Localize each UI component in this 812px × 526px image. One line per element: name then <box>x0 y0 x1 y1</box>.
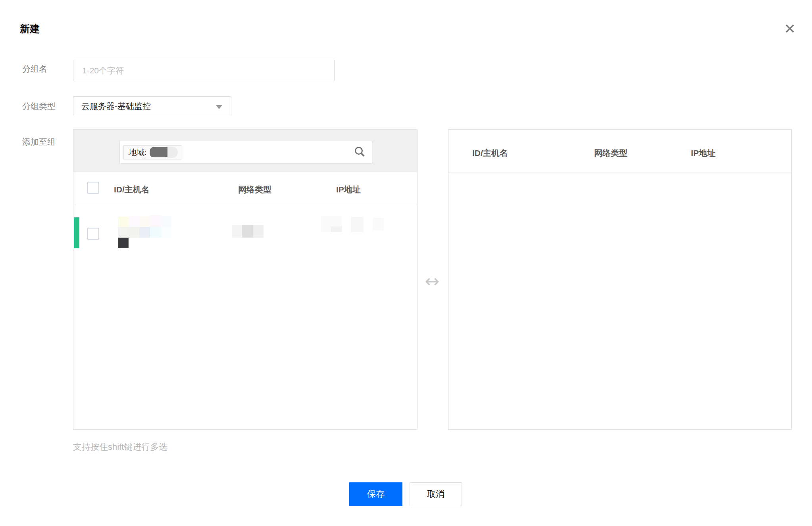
redacted-ip <box>373 218 384 230</box>
target-host-panel: ID/主机名 网络类型 IP地址 <box>448 129 792 430</box>
close-icon <box>783 22 796 36</box>
redacted-network-type <box>253 225 264 238</box>
region-filter-tag[interactable]: 地域: <box>123 145 181 159</box>
redacted-host-id <box>150 215 161 227</box>
cancel-button-label: 取消 <box>427 488 444 500</box>
redacted-network-type <box>232 225 242 238</box>
redacted-host-name <box>118 227 129 238</box>
search-zone: 地域: <box>73 130 417 172</box>
cancel-button[interactable]: 取消 <box>410 482 462 506</box>
row-selected-indicator <box>74 217 79 248</box>
source-table-header: ID/主机名 网络类型 IP地址 <box>73 172 417 205</box>
region-tag-label: 地域: <box>129 147 147 158</box>
transfer-arrow-icon: ↔ <box>419 270 445 292</box>
search-button[interactable] <box>353 146 366 159</box>
source-host-panel: 地域: ID/主机名 网络类 <box>73 129 418 430</box>
search-input[interactable]: 地域: <box>119 141 372 164</box>
redacted-region-value <box>149 147 178 158</box>
column-header-network-type: 网络类型 <box>238 184 271 195</box>
close-button[interactable] <box>781 21 799 38</box>
redacted-host-id <box>118 217 129 227</box>
redacted-host-id <box>129 216 139 227</box>
search-icon <box>354 146 366 159</box>
target-table-header: ID/主机名 网络类型 IP地址 <box>448 130 791 173</box>
search-text-input[interactable] <box>181 141 372 163</box>
row-checkbox[interactable] <box>87 228 99 240</box>
group-name-label: 分组名 <box>22 63 47 75</box>
group-type-label: 分组类型 <box>22 101 56 112</box>
redacted-host-name <box>139 227 150 238</box>
column-header-id-host: ID/主机名 <box>472 148 508 159</box>
save-button[interactable]: 保存 <box>349 482 402 506</box>
redacted-host-name <box>129 227 139 238</box>
group-name-input[interactable] <box>73 60 335 81</box>
select-all-checkbox[interactable] <box>87 182 99 194</box>
column-header-ip: IP地址 <box>336 184 361 195</box>
redacted-ip <box>351 217 364 232</box>
redacted-ip <box>331 227 342 232</box>
column-header-ip: IP地址 <box>691 148 716 159</box>
redacted-network-type <box>242 225 253 238</box>
create-group-dialog: 新建 分组名 分组类型 云服务器-基础监控 添加至组 地域: <box>0 0 812 526</box>
group-type-select[interactable]: 云服务器-基础监控 <box>73 96 231 116</box>
add-to-group-label: 添加至组 <box>22 136 56 148</box>
column-header-id-host: ID/主机名 <box>114 184 150 195</box>
dialog-title: 新建 <box>20 22 40 35</box>
shift-multiselect-hint: 支持按住shift键进行多选 <box>73 441 167 453</box>
group-type-selected-value: 云服务器-基础监控 <box>73 101 151 112</box>
chevron-down-icon <box>216 105 222 109</box>
redacted-host-id <box>139 216 150 227</box>
redacted-host-id <box>161 216 171 227</box>
redacted-host-name <box>150 227 161 238</box>
redacted-host-name <box>161 227 171 238</box>
column-header-network-type: 网络类型 <box>594 148 627 159</box>
save-button-label: 保存 <box>367 488 385 500</box>
redacted-host-name-dark-block <box>118 238 129 248</box>
